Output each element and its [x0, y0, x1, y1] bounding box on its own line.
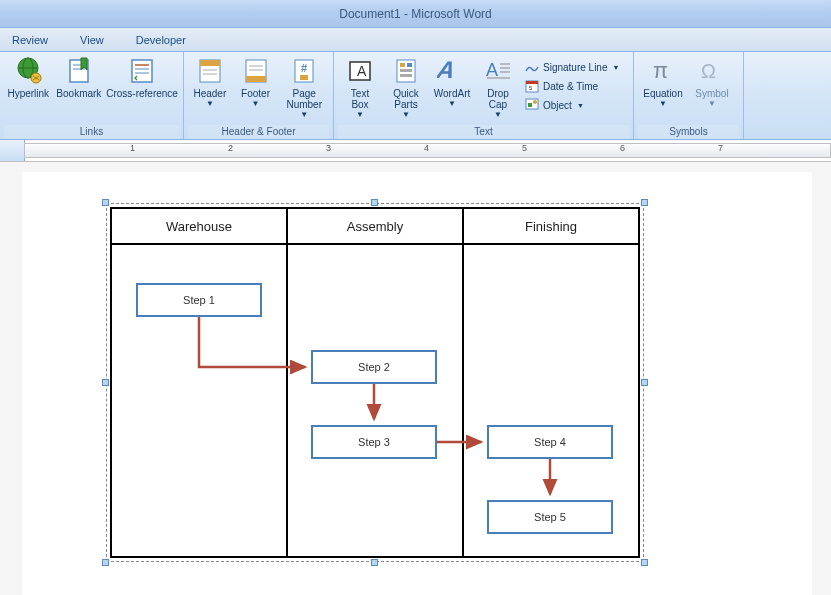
svg-rect-26 — [407, 63, 412, 67]
pi-icon: π — [648, 56, 678, 86]
dropdown-indicator: ▼ — [613, 64, 620, 71]
step-3-box[interactable]: Step 3 — [311, 425, 437, 459]
symbol-label: Symbol — [695, 88, 728, 99]
document-canvas[interactable]: Warehouse Assembly Finishing Step 1 Step… — [0, 162, 831, 595]
dropdown-indicator: ▼ — [252, 99, 260, 108]
svg-text:A: A — [357, 63, 367, 79]
tab-developer[interactable]: Developer — [128, 30, 194, 50]
header-icon — [195, 56, 225, 86]
ruler-mark: 6 — [620, 143, 625, 153]
svg-rect-21 — [300, 75, 308, 80]
tab-view[interactable]: View — [72, 30, 112, 50]
step-label: Step 3 — [358, 436, 390, 448]
dropdown-indicator: ▼ — [448, 99, 456, 108]
text-box-button[interactable]: A Text Box ▼ — [338, 54, 382, 122]
date-time-label: Date & Time — [543, 81, 598, 92]
lane-header: Finishing — [464, 209, 638, 245]
step-label: Step 2 — [358, 361, 390, 373]
signature-icon — [524, 59, 540, 75]
ruler-mark: 3 — [326, 143, 331, 153]
group-symbols: π Equation ▼ Ω Symbol ▼ Symbols — [634, 52, 744, 139]
ribbon: Hyperlink Bookmark Cross-reference Links — [0, 52, 831, 140]
bookmark-icon — [64, 56, 94, 86]
svg-rect-12 — [200, 60, 220, 66]
ruler-mark: 4 — [424, 143, 429, 153]
date-time-button[interactable]: 5 Date & Time — [522, 77, 621, 95]
step-1-box[interactable]: Step 1 — [136, 283, 262, 317]
drawing-canvas-selected[interactable]: Warehouse Assembly Finishing Step 1 Step… — [106, 203, 644, 562]
signature-line-button[interactable]: Signature Line ▼ — [522, 58, 621, 76]
wordart-button[interactable]: A WordArt ▼ — [430, 54, 474, 122]
step-5-box[interactable]: Step 5 — [487, 500, 613, 534]
resize-handle[interactable] — [641, 199, 648, 206]
step-4-box[interactable]: Step 4 — [487, 425, 613, 459]
group-text: A Text Box ▼ Quick Parts ▼ A WordArt ▼ — [334, 52, 634, 139]
quick-parts-icon — [391, 56, 421, 86]
bookmark-label: Bookmark — [56, 88, 101, 99]
horizontal-ruler[interactable]: 1 2 3 4 5 6 7 — [0, 140, 831, 162]
page-number-button[interactable]: # Page Number ▼ — [279, 54, 329, 122]
ribbon-tabs: Review View Developer — [0, 28, 831, 52]
resize-handle[interactable] — [371, 199, 378, 206]
equation-label: Equation — [643, 88, 682, 99]
text-box-label: Text Box — [351, 88, 369, 110]
step-label: Step 1 — [183, 294, 215, 306]
resize-handle[interactable] — [641, 379, 648, 386]
svg-text:Ω: Ω — [701, 60, 716, 82]
resize-handle[interactable] — [102, 379, 109, 386]
step-2-box[interactable]: Step 2 — [311, 350, 437, 384]
quick-parts-label: Quick Parts — [393, 88, 419, 110]
signature-line-label: Signature Line — [543, 62, 608, 73]
svg-rect-27 — [400, 69, 412, 72]
text-box-icon: A — [345, 56, 375, 86]
header-label: Header — [193, 88, 226, 99]
drop-cap-label: Drop Cap — [487, 88, 509, 110]
svg-rect-28 — [400, 74, 412, 77]
object-button[interactable]: Object ▼ — [522, 96, 621, 114]
swimlane-diagram[interactable]: Warehouse Assembly Finishing Step 1 Step… — [110, 207, 640, 558]
group-symbols-label: Symbols — [638, 125, 739, 139]
ruler-mark: 7 — [718, 143, 723, 153]
drop-cap-button[interactable]: A Drop Cap ▼ — [476, 54, 520, 122]
footer-icon — [241, 56, 271, 86]
object-label: Object — [543, 100, 572, 111]
svg-text:π: π — [653, 58, 668, 83]
group-text-label: Text — [338, 125, 629, 139]
group-links: Hyperlink Bookmark Cross-reference Links — [0, 52, 184, 139]
lane-header: Assembly — [288, 209, 462, 245]
wordart-label: WordArt — [434, 88, 471, 99]
svg-rect-36 — [526, 81, 538, 84]
quick-parts-button[interactable]: Quick Parts ▼ — [384, 54, 428, 122]
window-title: Document1 - Microsoft Word — [339, 7, 492, 21]
footer-label: Footer — [241, 88, 270, 99]
resize-handle[interactable] — [102, 199, 109, 206]
svg-text:#: # — [301, 62, 307, 74]
lane-warehouse[interactable]: Warehouse — [112, 209, 288, 556]
resize-handle[interactable] — [641, 559, 648, 566]
svg-text:A: A — [486, 60, 498, 80]
cross-reference-label: Cross-reference — [106, 88, 178, 99]
step-label: Step 4 — [534, 436, 566, 448]
svg-point-40 — [533, 100, 537, 104]
resize-handle[interactable] — [371, 559, 378, 566]
dropdown-indicator: ▼ — [494, 110, 502, 119]
footer-button[interactable]: Footer ▼ — [234, 54, 278, 122]
hyperlink-button[interactable]: Hyperlink — [4, 54, 53, 122]
tab-review[interactable]: Review — [4, 30, 56, 50]
omega-icon: Ω — [697, 56, 727, 86]
hyperlink-label: Hyperlink — [7, 88, 49, 99]
group-hf-label: Header & Footer — [188, 125, 329, 139]
svg-rect-16 — [246, 76, 266, 82]
cross-reference-button[interactable]: Cross-reference — [105, 54, 179, 122]
ruler-mark: 1 — [130, 143, 135, 153]
page-number-icon: # — [289, 56, 319, 86]
cross-reference-icon — [127, 56, 157, 86]
equation-button[interactable]: π Equation ▼ — [638, 54, 688, 122]
bookmark-button[interactable]: Bookmark — [55, 54, 104, 122]
wordart-icon: A — [437, 56, 467, 86]
header-button[interactable]: Header ▼ — [188, 54, 232, 122]
step-label: Step 5 — [534, 511, 566, 523]
titlebar: Document1 - Microsoft Word — [0, 0, 831, 28]
symbol-button[interactable]: Ω Symbol ▼ — [690, 54, 734, 122]
resize-handle[interactable] — [102, 559, 109, 566]
